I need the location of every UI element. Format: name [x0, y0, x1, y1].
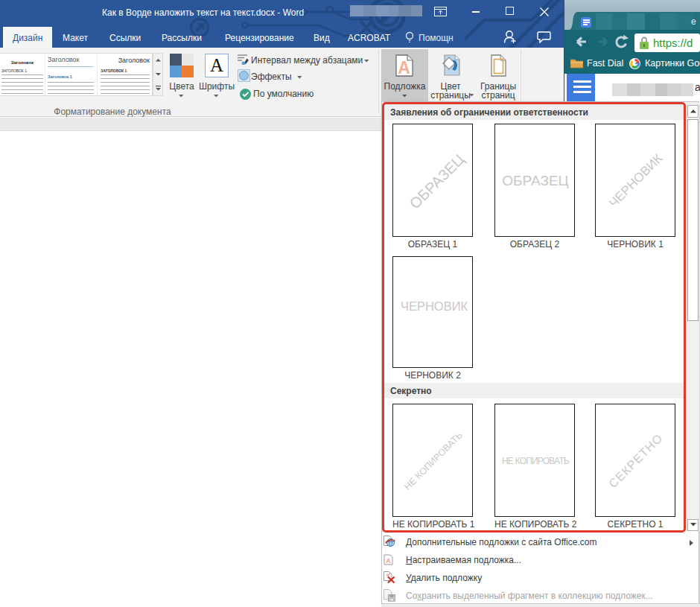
svg-text:A: A — [386, 557, 391, 565]
svg-text:A: A — [398, 58, 410, 77]
